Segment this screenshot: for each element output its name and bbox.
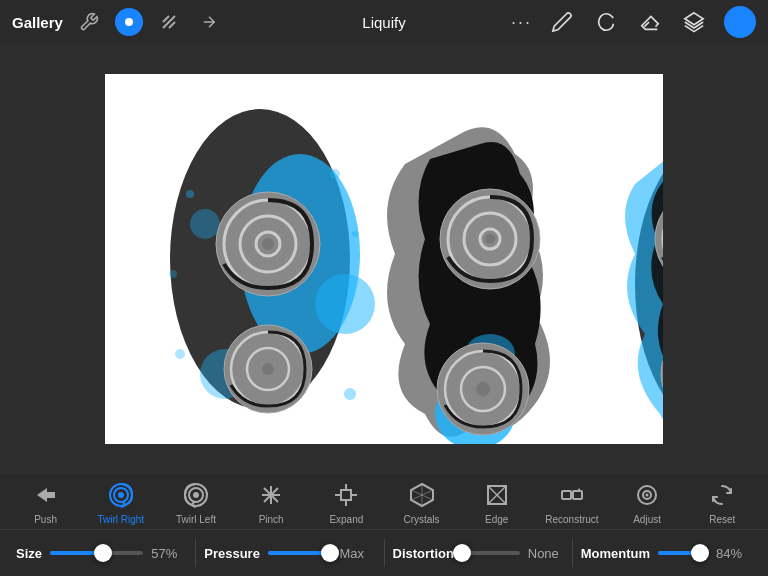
pressure-label: Pressure [204,546,260,561]
divider-2 [384,539,385,567]
svg-point-0 [125,18,133,26]
edge-icon [481,479,513,511]
reconstruct-label: Reconstruct [545,514,598,525]
bottom-toolbar: Push Twirl Right [0,474,768,576]
push-label: Push [34,514,57,525]
svg-point-35 [485,234,495,244]
svg-point-7 [190,209,220,239]
size-track[interactable] [50,551,143,555]
svg-rect-78 [562,491,571,499]
tool-pinch[interactable]: Pinch [241,479,301,525]
tool-reset[interactable]: Reset [692,479,752,525]
svg-point-11 [175,349,185,359]
svg-rect-79 [573,491,582,499]
title-label: Liquify [362,14,405,31]
tool-push[interactable]: Push [16,479,76,525]
pinch-label: Pinch [259,514,284,525]
tool-twirl-left[interactable]: Twirl Left [166,479,226,525]
more-button[interactable]: ··· [511,12,532,33]
divider-3 [572,539,573,567]
gallery-button[interactable]: Gallery [12,14,63,31]
tool-expand[interactable]: Expand [316,479,376,525]
eraser-icon[interactable] [636,8,664,36]
layers-icon[interactable] [680,8,708,36]
momentum-value: 84% [716,546,752,561]
tool-row: Push Twirl Right [0,474,768,530]
adjust-icon [631,479,663,511]
size-label: Size [16,546,42,561]
distortion-track[interactable] [462,551,520,555]
divider-1 [195,539,196,567]
top-bar-right: ··· [511,6,756,38]
svg-point-83 [646,493,649,496]
push-icon [30,479,62,511]
svg-point-20 [262,238,274,250]
top-bar-left: Gallery [12,8,223,36]
active-tool-icon[interactable] [115,8,143,36]
crystals-label: Crystals [403,514,439,525]
svg-point-8 [186,190,194,198]
tool-twirl-right[interactable]: Twirl Right [91,479,151,525]
svg-point-61 [193,492,199,498]
arrow-icon[interactable] [195,8,223,36]
tool-reconstruct[interactable]: Reconstruct [542,479,602,525]
svg-point-26 [262,363,274,375]
distortion-label: Distortion [393,546,454,561]
expand-icon [330,479,362,511]
twirl-right-icon [105,479,137,511]
crystals-icon [406,479,438,511]
top-bar: Gallery Liquify [0,0,768,44]
momentum-group: Momentum 84% [581,546,752,561]
pressure-group: Pressure Max [204,546,375,561]
tool-adjust[interactable]: Adjust [617,479,677,525]
reset-label: Reset [709,514,735,525]
avatar[interactable] [724,6,756,38]
svg-point-13 [169,270,177,278]
svg-point-12 [352,231,358,237]
svg-point-9 [330,169,340,179]
momentum-label: Momentum [581,546,650,561]
edge-label: Edge [485,514,508,525]
pencil-icon[interactable] [548,8,576,36]
streamline-icon[interactable] [155,8,183,36]
svg-point-5 [315,274,375,334]
size-value: 57% [151,546,187,561]
distortion-value: None [528,546,564,561]
adjust-label: Adjust [633,514,661,525]
size-thumb [94,544,112,562]
tool-crystals[interactable]: Crystals [392,479,452,525]
slider-row: Size 57% Pressure Max Distortion [0,530,768,576]
wrench-icon[interactable] [75,8,103,36]
canvas-area [0,44,768,474]
momentum-thumb [691,544,709,562]
twirl-left-label: Twirl Left [176,514,216,525]
canvas[interactable] [105,74,663,444]
momentum-track[interactable] [658,551,708,555]
svg-rect-66 [341,490,351,500]
pinch-icon [255,479,287,511]
svg-point-41 [476,382,490,396]
twirl-right-label: Twirl Right [97,514,144,525]
smudge-icon[interactable] [592,8,620,36]
pressure-value: Max [340,546,376,561]
twirl-left-icon [180,479,212,511]
svg-point-10 [344,388,356,400]
reset-icon [706,479,738,511]
reconstruct-icon [556,479,588,511]
distortion-thumb [453,544,471,562]
size-group: Size 57% [16,546,187,561]
pressure-thumb [321,544,339,562]
distortion-group: Distortion None [393,546,564,561]
expand-label: Expand [329,514,363,525]
pressure-track[interactable] [268,551,332,555]
tool-edge[interactable]: Edge [467,479,527,525]
svg-point-58 [118,492,124,498]
